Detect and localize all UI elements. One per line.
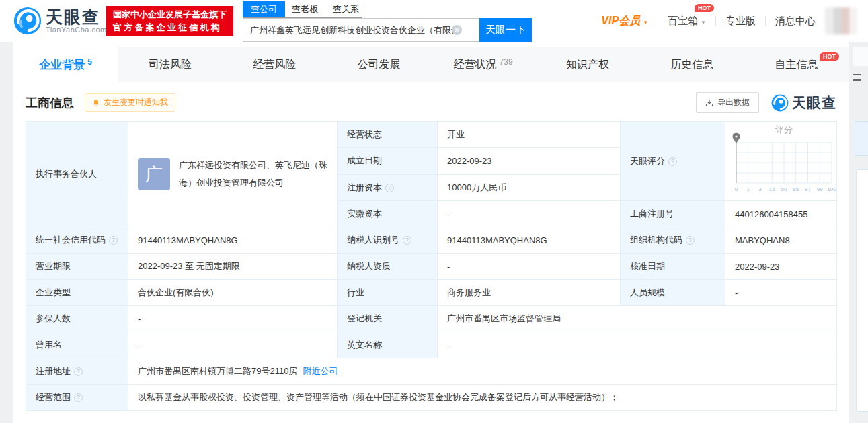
tab-operating-status[interactable]: 经营状况739 xyxy=(431,47,535,82)
bell-icon xyxy=(92,99,100,107)
main-background: 企业背景5 司法风险 经营风险 公司发展 经营状况739 知识产权 xyxy=(0,42,868,423)
help-icon[interactable]: ? xyxy=(385,184,394,192)
clear-search-icon[interactable]: ✕ xyxy=(452,25,462,35)
section-title: 工商信息 xyxy=(26,95,74,111)
export-data-button[interactable]: 导出数据 xyxy=(696,92,759,113)
field-value-status: 开业 xyxy=(438,122,621,148)
search-row: ✕ 天眼一下 xyxy=(243,18,532,42)
field-label-registration-number: 工商注册号 xyxy=(621,201,725,227)
tianyancha-watermark: 天眼查 xyxy=(771,93,836,112)
tab-count: 739 xyxy=(500,57,513,67)
tab-label: 企业背景 xyxy=(39,57,85,73)
field-value-approval-date: 2022-09-23 xyxy=(725,254,837,280)
registered-address-label: 注册地址 xyxy=(36,366,71,376)
svg-text:0: 0 xyxy=(735,186,738,192)
field-label-staff-size: 人员规模 xyxy=(621,280,725,306)
notify-on-change-button[interactable]: 发生变更时通知我 xyxy=(85,93,175,112)
toolbox-label: 百宝箱 xyxy=(668,15,698,26)
pro-version-link[interactable]: 专业版 xyxy=(725,15,756,28)
search-input[interactable] xyxy=(243,18,479,42)
toolbox-menu[interactable]: 百宝箱▼ HOT xyxy=(668,15,706,28)
tab-label: 司法风险 xyxy=(149,58,192,72)
field-value-org-code: MABYQHAN8 xyxy=(725,227,837,254)
tab-history-info[interactable]: 历史信息 xyxy=(640,47,744,82)
help-icon[interactable]: ? xyxy=(403,236,411,245)
help-icon[interactable]: ? xyxy=(109,236,118,245)
search-button[interactable]: 天眼一下 xyxy=(479,18,532,42)
right-edge-strip xyxy=(849,42,868,423)
credit-code-label: 统一社会信用代码 xyxy=(36,235,106,245)
tab-company-development[interactable]: 公司发展 xyxy=(327,47,431,82)
field-label-business-term: 营业期限 xyxy=(26,254,128,280)
field-label-insured-count: 参保人数 xyxy=(26,306,128,332)
download-icon xyxy=(705,99,713,107)
svg-text:100: 100 xyxy=(827,186,836,192)
field-value-registration-authority: 广州市番禺区市场监督管理局 xyxy=(438,306,837,332)
gov-badge-line2: 官方备案企业征信机构 xyxy=(113,21,227,34)
right-edge-fragment xyxy=(853,47,868,66)
search-input-wrap: ✕ xyxy=(243,18,479,42)
field-value-former-name: - xyxy=(128,332,338,358)
hot-badge: HOT xyxy=(695,4,714,12)
tab-intellectual-property[interactable]: 知识产权 xyxy=(535,47,639,82)
partner-company-logo[interactable]: 广 xyxy=(138,158,170,190)
field-value-business-term: 2022-09-23 至 无固定期限 xyxy=(128,254,338,280)
logo-brand: 天眼查 xyxy=(46,8,107,26)
field-value-established: 2022-09-23 xyxy=(438,148,621,174)
field-value-registered-capital: 10000万人民币 xyxy=(438,174,621,200)
partner-company-names[interactable]: 广东祥远投资有限公司、英飞尼迪（珠海）创业投资管理有限公司 xyxy=(179,157,327,192)
field-label-paid-capital: 实缴资本 xyxy=(338,201,438,227)
section-header: 工商信息 发生变更时通知我 导出数据 xyxy=(13,82,849,121)
table-row: 营业期限 2022-09-23 至 无固定期限 纳税人资质 - 核准日期 202… xyxy=(26,254,837,280)
site-logo[interactable]: 天眼查 TianYanCha.com xyxy=(13,7,107,35)
tab-count: 5 xyxy=(87,57,92,67)
right-edge-fragment xyxy=(853,79,861,81)
tab-operational-risk[interactable]: 经营风险 xyxy=(223,47,327,82)
tab-label: 自主信息 xyxy=(775,58,818,72)
user-avatar-blurred[interactable] xyxy=(825,7,857,34)
help-icon[interactable]: ? xyxy=(74,367,83,376)
tab-self-published-info[interactable]: 自主信息 HOT xyxy=(744,47,849,82)
vip-menu[interactable]: VIP会员▼ xyxy=(601,14,648,28)
nav-divider xyxy=(715,16,716,26)
field-label-executive-partner: 执行事务合伙人 xyxy=(26,122,128,227)
search-area: 查公司 查老板 查关系 ✕ 天眼一下 xyxy=(243,3,532,42)
message-center-link[interactable]: 消息中心 xyxy=(775,15,816,28)
field-value-executive-partner: 广 广东祥远投资有限公司、英飞尼迪（珠海）创业投资管理有限公司 xyxy=(128,122,338,227)
search-tab-boss[interactable]: 查老板 xyxy=(292,3,318,17)
tab-company-background[interactable]: 企业背景5 xyxy=(13,47,118,82)
nav-divider xyxy=(765,16,766,26)
tab-label: 历史信息 xyxy=(670,58,713,72)
help-icon[interactable]: ? xyxy=(74,393,83,402)
svg-text:97: 97 xyxy=(805,186,811,192)
field-label-taxpayer-quality: 纳税人资质 xyxy=(338,254,438,280)
field-label-industry: 行业 xyxy=(338,280,438,306)
field-label-tianyan-score: 天眼评分? xyxy=(621,122,725,201)
org-code-label: 组织机构代码 xyxy=(630,235,682,245)
card-top-spacer xyxy=(13,42,849,47)
nearby-companies-link[interactable]: 附近公司 xyxy=(303,366,338,376)
export-label: 导出数据 xyxy=(717,97,750,108)
help-icon[interactable]: ? xyxy=(686,236,695,245)
search-tab-relation[interactable]: 查关系 xyxy=(333,3,359,17)
field-value-registered-address: 广州市番禺区南村镇万博二路79号2110房附近公司 xyxy=(128,358,837,385)
field-value-industry: 商务服务业 xyxy=(438,280,621,306)
svg-text:85: 85 xyxy=(793,186,799,192)
right-edge-fragment xyxy=(853,74,861,75)
nav-divider xyxy=(658,16,658,26)
field-value-taxpayer-quality: - xyxy=(438,254,621,280)
gov-badge-line1: 国家中小企业发展子基金旗下 xyxy=(113,8,227,21)
table-row: 参保人数 - 登记机关 广州市番禺区市场监督管理局 xyxy=(26,306,837,332)
help-icon[interactable]: ? xyxy=(668,157,677,166)
search-tabs: 查公司 查老板 查关系 xyxy=(243,3,362,18)
taxpayer-id-label: 纳税人识别号 xyxy=(347,235,399,245)
score-label: 天眼评分 xyxy=(630,156,665,166)
svg-text:99: 99 xyxy=(817,186,823,192)
tab-judicial-risk[interactable]: 司法风险 xyxy=(118,47,222,82)
field-label-taxpayer-id: 纳税人识别号? xyxy=(338,227,438,254)
field-value-registration-number: 440126004158455 xyxy=(725,201,837,227)
search-tab-company[interactable]: 查公司 xyxy=(243,1,285,17)
address-text: 广州市番禺区南村镇万博二路79号2110房 xyxy=(138,366,297,376)
score-scale-chart: 评分 xyxy=(725,122,837,198)
score-marker-pin xyxy=(733,133,740,184)
